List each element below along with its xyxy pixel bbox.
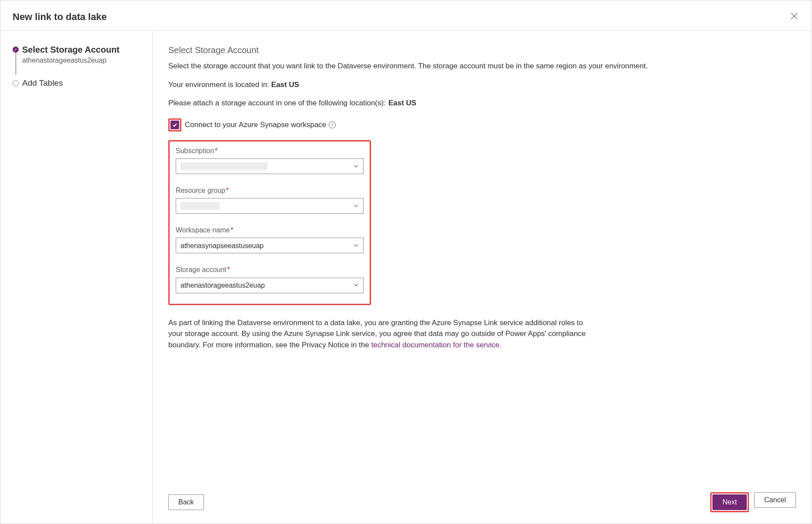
env-region: East US: [271, 81, 299, 89]
dropdown-value: athenasynapseeastuseuap: [180, 241, 264, 251]
field-workspace-name: Workspace name* athenasynapseeastuseuap: [176, 225, 364, 253]
dialog-header: New link to data lake: [0, 0, 812, 31]
step-select-storage[interactable]: Select Storage Account athenastorageeast…: [13, 45, 143, 64]
technical-documentation-link[interactable]: technical documentation for the service.: [371, 341, 501, 349]
section-title: Select Storage Account: [168, 44, 796, 57]
checkbox-checked-icon[interactable]: [170, 121, 179, 129]
chevron-down-icon: [354, 201, 359, 211]
workspace-dropdown[interactable]: athenasynapseeastuseuap: [176, 238, 364, 253]
step-subtitle: athenastorageeastus2euap: [22, 57, 143, 64]
field-label: Storage account*: [176, 265, 364, 275]
wizard-steps-sidebar: Select Storage Account athenastorageeast…: [0, 31, 153, 524]
step-connector: [16, 53, 17, 74]
step-add-tables[interactable]: Add Tables: [13, 78, 143, 88]
cancel-button[interactable]: Cancel: [754, 492, 796, 508]
field-label: Workspace name*: [176, 225, 364, 235]
synapse-checkbox-row: Connect to your Azure Synapse workspace …: [168, 118, 796, 131]
subscription-dropdown[interactable]: [176, 158, 364, 174]
main-content: Select Storage Account Select the storag…: [153, 31, 812, 484]
dialog-title: New link to data lake: [13, 11, 107, 23]
chevron-down-icon: [354, 241, 359, 251]
chevron-down-icon: [354, 280, 359, 290]
dropdown-value: athenastorageeastus2euap: [180, 280, 265, 290]
next-button[interactable]: Next: [712, 494, 747, 510]
environment-location-line: Your environment is located in: East US: [168, 80, 796, 91]
button-bar: Back Next Cancel: [153, 484, 812, 524]
highlight-box: Next: [710, 492, 749, 512]
dialog-body: Select Storage Account athenastorageeast…: [0, 31, 812, 524]
redacted-value: [180, 162, 267, 170]
storage-account-dropdown[interactable]: athenastorageeastus2euap: [176, 278, 364, 293]
field-label: Resource group*: [176, 185, 364, 195]
redacted-value: [180, 202, 220, 210]
env-prefix: Your environment is located in:: [168, 81, 271, 89]
highlight-box: [168, 118, 181, 131]
attach-region: East US: [388, 99, 416, 107]
close-icon[interactable]: [789, 10, 799, 24]
back-button[interactable]: Back: [168, 494, 204, 510]
step-title: Add Tables: [22, 78, 143, 88]
attach-location-line: Please attach a storage account in one o…: [168, 98, 796, 109]
step-title: Select Storage Account: [22, 45, 143, 55]
checkbox-label: Connect to your Azure Synapse workspace: [185, 120, 326, 131]
chevron-down-icon: [354, 161, 359, 171]
info-icon[interactable]: i: [329, 121, 336, 128]
check-circle-icon: [13, 47, 19, 53]
disclosure-text: As part of linking the Dataverse environ…: [168, 317, 586, 351]
field-storage-account: Storage account* athenastorageeastus2eua…: [176, 265, 364, 293]
field-resource-group: Resource group*: [176, 185, 364, 214]
field-subscription: Subscription*: [176, 146, 364, 174]
synapse-form-block: Subscription* Resource group*: [168, 140, 371, 305]
attach-prefix: Please attach a storage account in one o…: [168, 99, 386, 107]
resource-group-dropdown[interactable]: [176, 198, 364, 214]
circle-icon: [13, 80, 19, 86]
section-description: Select the storage account that you want…: [168, 61, 796, 72]
dialog-panel: New link to data lake Select Storage Acc…: [0, 0, 812, 524]
field-label: Subscription*: [176, 146, 364, 156]
